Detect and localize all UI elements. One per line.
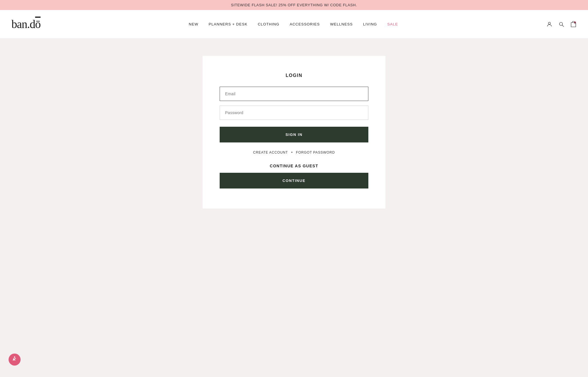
account-links: CREATE ACCOUNT • FORGOT PASSWORD [220, 150, 368, 154]
cart-icon[interactable]: 1 [570, 21, 577, 27]
guest-section-title: CONTINUE AS GUEST [220, 164, 368, 168]
main-content: LOGIN SIGN IN CREATE ACCOUNT • FORGOT PA… [0, 39, 588, 376]
dot-separator: • [291, 150, 293, 154]
header: ban.dō NEW PLANNERS + DESK CLOTHING ACCE… [0, 10, 588, 39]
password-group [220, 106, 368, 120]
login-card: LOGIN SIGN IN CREATE ACCOUNT • FORGOT PA… [202, 56, 386, 209]
logo[interactable]: ban.dō [11, 17, 41, 31]
nav-item-clothing[interactable]: CLOTHING [258, 22, 279, 26]
header-icons: 1 [546, 21, 577, 27]
email-group [220, 87, 368, 101]
svg-point-0 [548, 22, 550, 24]
nav-item-new[interactable]: NEW [189, 22, 198, 26]
accessibility-icon [11, 356, 18, 364]
forgot-password-link[interactable]: FORGOT PASSWORD [296, 150, 335, 154]
continue-button[interactable]: CONTINUE [220, 173, 368, 188]
nav-item-wellness[interactable]: WELLNESS [330, 22, 353, 26]
account-icon[interactable] [546, 21, 553, 27]
password-input[interactable] [220, 106, 368, 120]
main-nav: NEW PLANNERS + DESK CLOTHING ACCESSORIES… [41, 22, 546, 26]
svg-point-6 [14, 356, 15, 357]
svg-point-1 [559, 22, 563, 25]
nav-item-planners-desk[interactable]: PLANNERS + DESK [209, 22, 248, 26]
announcement-bar: SITEWIDE FLASH SALE! 25% OFF EVERYTHING … [0, 0, 588, 10]
announcement-text: SITEWIDE FLASH SALE! 25% OFF EVERYTHING … [231, 3, 357, 7]
create-account-link[interactable]: CREATE ACCOUNT [253, 150, 288, 154]
nav-item-sale[interactable]: SALE [387, 22, 398, 26]
search-icon[interactable] [558, 21, 565, 27]
nav-item-accessories[interactable]: ACCESSORIES [290, 22, 320, 26]
accessibility-button[interactable] [9, 354, 21, 366]
sign-in-button[interactable]: SIGN IN [220, 127, 368, 142]
svg-line-2 [562, 25, 564, 27]
login-title: LOGIN [220, 73, 368, 78]
nav-item-living[interactable]: LIVING [363, 22, 377, 26]
email-input[interactable] [220, 87, 368, 101]
